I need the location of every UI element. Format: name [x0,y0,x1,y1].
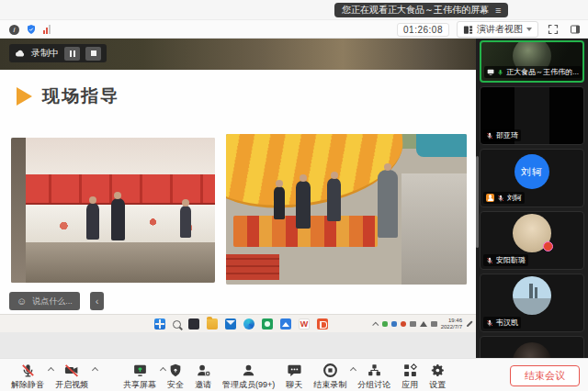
avatar-badge [543,241,553,251]
side-panel-toggle-button[interactable] [568,22,582,37]
photo-person [378,170,398,238]
chat-collapse-button[interactable]: ‹ [90,292,104,310]
end-meeting-button[interactable]: 结束会议 [510,365,580,386]
wifi-icon [420,321,427,327]
layout-icon [463,25,473,35]
avatar [513,214,551,252]
participant-label: 韦汉凯 [483,317,521,329]
recording-indicator: 录制中 [9,44,107,62]
start-video-button[interactable]: 开启视频 [50,361,94,391]
participants-sidebar: 正大食品～王伟伟的... 邵亚琦 刘轲 刘轲 [476,39,588,358]
participant-label: 邵亚琦 [483,129,521,141]
control-label: 共享屏幕 [123,379,156,391]
participant-name: 安阳靳璐 [496,255,526,265]
mic-on-icon [497,69,503,76]
shared-windows-taskbar: W 19:46 2022/7/7 [0,314,476,332]
share-screen-icon [132,363,148,378]
taskbar-time: 19:46 [441,318,462,325]
photo-shape-wall [11,138,26,283]
manage-members-button[interactable]: 管理成员(99+) [217,361,280,391]
menu-icon[interactable]: ≡ [495,6,501,16]
mail-icon [225,318,236,330]
photo-person [327,178,341,221]
share-screen-button[interactable]: 共享屏幕 [118,361,162,391]
avatar-detail [535,287,537,298]
photo-shape-floor [11,242,215,283]
sidebar-scrollbar[interactable] [476,156,479,248]
cloud-icon [15,50,26,58]
chat-button[interactable]: 聊天 [280,361,308,391]
person-icon [241,363,256,378]
tray-app-icon [382,321,388,327]
unmute-button[interactable]: 解除静音 [6,361,50,391]
security-button[interactable]: 安全 [162,361,189,391]
control-label: 解除静音 [11,379,44,391]
start-icon [154,318,165,330]
photo-person [274,186,285,219]
participant-tile[interactable]: 安阳靳璐 [480,211,584,270]
participant-label: 正大食品～王伟伟的... [484,66,582,78]
invite-button[interactable]: 邀请 [189,361,217,391]
pen-input-icon [467,321,473,328]
top-banner-bar: 您正在观看正大食品～王伟伟的屏幕 ≡ [0,0,588,20]
chevron-up-icon[interactable] [92,367,98,374]
shield-icon [168,363,183,378]
mic-muted-icon [497,195,504,202]
breakout-rooms-button[interactable]: 分组讨论 [352,361,396,391]
control-label: 聊天 [286,379,302,391]
bottom-control-bar: 解除静音 开启视频 共享屏幕 安全 邀请 [0,358,588,391]
photo-shape-crates [226,254,279,280]
security-shield-icon[interactable] [26,24,37,35]
camera-off-icon [63,363,80,378]
chat-input-pill[interactable]: ☺ 说点什么... [9,292,80,310]
green-app-icon [262,318,273,330]
wps-icon: W [299,318,310,330]
tray-app-icon [401,321,406,327]
participant-name: 刘轲 [507,193,522,203]
emoji-icon[interactable]: ☺ [17,296,27,307]
fullscreen-icon [548,24,559,35]
meeting-info-icon[interactable]: i [9,25,19,35]
file-explorer-icon [207,318,218,330]
participant-tile[interactable]: 韦汉凯 [480,274,584,332]
slide-title-row: 现场指导 [17,84,119,108]
avatar [513,342,551,358]
control-label: 开启视频 [55,379,88,391]
toolbar-left-icons: i [9,20,51,39]
avatar-detail [529,284,533,298]
control-label: 安全 [167,379,184,391]
apps-button[interactable]: 应用 [396,361,424,391]
settings-button[interactable]: 设置 [424,361,451,391]
dark-app-icon [188,318,199,330]
breakout-icon [367,363,382,378]
search-icon [173,320,181,329]
side-panel-icon [570,24,581,35]
photos-app-icon [280,318,291,330]
network-signal-icon[interactable] [43,25,51,34]
controls-row: 解除静音 开启视频 共享屏幕 安全 邀请 [6,361,451,391]
fullscreen-button[interactable] [546,22,560,37]
host-badge-icon [486,194,494,202]
watching-banner-text: 您正在观看正大食品～王伟伟的屏幕 [342,4,489,17]
avatar: 刘轲 [514,154,549,189]
stop-record-button[interactable]: 结束录制 [308,361,352,391]
tray-app-icon [391,321,397,327]
control-label: 结束录制 [313,379,346,391]
speaker-view-button[interactable]: 演讲者视图 [457,21,538,38]
stop-recording-button[interactable] [85,47,101,61]
taskbar-date: 2022/7/7 [441,324,462,331]
participant-tile[interactable]: 邵亚琦 [480,86,584,145]
photo-shape-path [401,173,467,285]
control-label: 设置 [429,379,446,391]
participant-label: 刘轲 [483,192,525,204]
photo-meat-market [11,138,215,283]
photo-outdoor-market [226,134,467,285]
pause-recording-button[interactable] [64,47,80,61]
participant-tile-presenter[interactable]: 正大食品～王伟伟的... [480,40,584,83]
photo-person [86,203,99,240]
main-area: 现场指导 [0,39,588,358]
participant-tile[interactable] [480,336,584,358]
participant-tile[interactable]: 刘轲 刘轲 [480,149,584,207]
chevron-down-icon [526,28,532,31]
watching-banner[interactable]: 您正在观看正大食品～王伟伟的屏幕 ≡ [334,3,508,17]
